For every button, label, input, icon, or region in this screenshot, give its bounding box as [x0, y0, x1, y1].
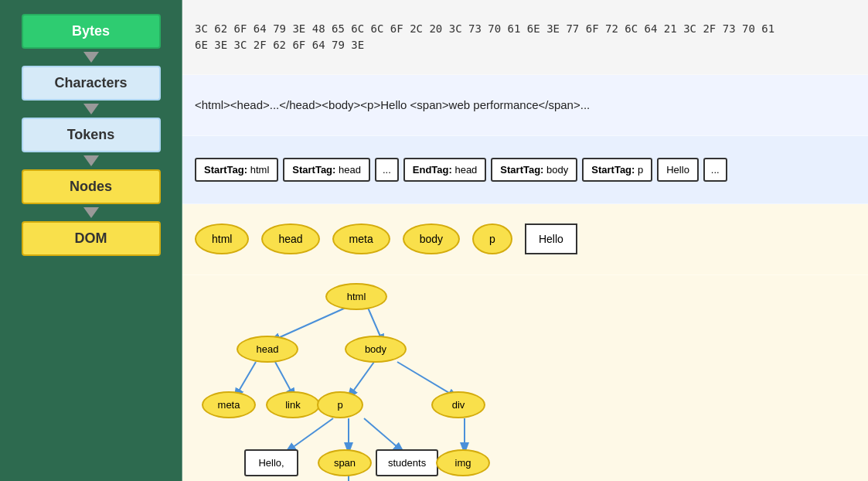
token-hello: Hello: [657, 158, 699, 182]
dom-link: link: [266, 391, 320, 418]
nodes-row: html head meta body p Hello: [195, 223, 577, 254]
dom-box: DOM: [22, 221, 161, 256]
dom-students: students: [376, 449, 438, 476]
token-ellipsis2: ...: [703, 158, 727, 182]
svg-line-0: [271, 305, 352, 341]
nodes-section: html head meta body p Hello: [182, 204, 868, 275]
node-head: head: [261, 223, 319, 254]
arrow-bytes-chars: [83, 52, 99, 63]
bytes-label: Bytes: [72, 23, 110, 39]
dom-html: html: [325, 283, 387, 310]
bytes-text: 3C 62 6F 64 79 3E 48 65 6C 6C 6F 2C 20 3…: [195, 21, 774, 53]
arrow-chars-tokens: [83, 104, 99, 114]
characters-label: Characters: [54, 75, 127, 90]
token-startbody: StartTag: body: [491, 158, 577, 182]
token-startp: StartTag: p: [582, 158, 652, 182]
dom-label: DOM: [75, 230, 107, 246]
node-body: body: [403, 223, 460, 254]
bytes-box: Bytes: [22, 14, 161, 49]
dom-div: div: [431, 391, 485, 418]
bytes-section: 3C 62 6F 64 79 3E 48 65 6C 6C 6F 2C 20 3…: [182, 0, 868, 75]
dom-img: img: [436, 449, 490, 476]
dom-head: head: [237, 336, 298, 363]
main-container: Bytes Characters Tokens Nodes DOM 3C 62 …: [0, 0, 868, 481]
arrow-nodes-dom: [83, 207, 99, 218]
tokens-row: StartTag: html StartTag: head ... EndTag…: [195, 158, 727, 182]
token-ellipsis1: ...: [375, 158, 399, 182]
node-hello-box: Hello: [525, 223, 577, 254]
tokens-box: Tokens: [22, 118, 161, 152]
dom-hello-comma: Hello,: [244, 449, 298, 476]
dom-p: p: [317, 391, 363, 418]
svg-line-8: [364, 418, 403, 452]
arrow-tokens-nodes: [83, 155, 99, 166]
svg-line-4: [349, 362, 374, 397]
characters-box: Characters: [22, 66, 161, 101]
dom-section: html head body meta link p div Hello, sp…: [182, 275, 868, 481]
tokens-label: Tokens: [67, 127, 115, 142]
content-area: 3C 62 6F 64 79 3E 48 65 6C 6C 6F 2C 20 3…: [182, 0, 868, 481]
dom-body: body: [345, 336, 407, 363]
dom-meta: meta: [202, 391, 256, 418]
token-starthead: StartTag: head: [283, 158, 370, 182]
nodes-box: Nodes: [22, 169, 161, 204]
node-meta: meta: [332, 223, 390, 254]
pipeline: Bytes Characters Tokens Nodes DOM: [0, 0, 182, 481]
characters-text: <html><head>...</head><body><p>Hello <sp…: [195, 98, 590, 111]
node-p: p: [472, 223, 512, 254]
dom-span: span: [318, 449, 372, 476]
tokens-section: StartTag: html StartTag: head ... EndTag…: [182, 136, 868, 204]
node-html: html: [195, 223, 249, 254]
svg-line-6: [287, 418, 333, 452]
token-endhead: EndTag: head: [403, 158, 487, 182]
token-starthtml: StartTag: html: [195, 158, 278, 182]
characters-section: <html><head>...</head><body><p>Hello <sp…: [182, 75, 868, 136]
nodes-label: Nodes: [70, 179, 112, 194]
